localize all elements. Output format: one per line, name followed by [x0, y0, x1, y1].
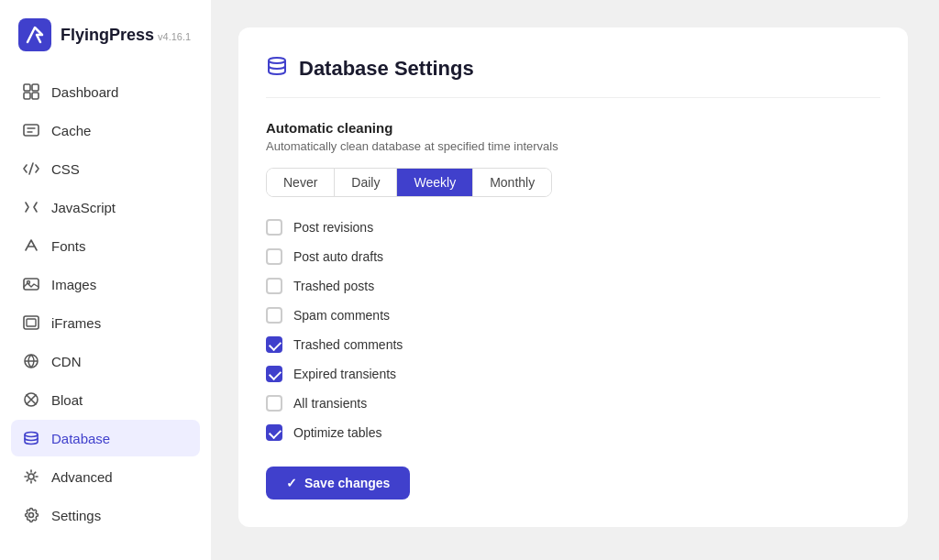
page-header: Database Settings	[266, 55, 880, 98]
interval-daily-button[interactable]: Daily	[335, 169, 397, 196]
interval-monthly-button[interactable]: Monthly	[473, 169, 551, 196]
checkbox-spam-comments-input[interactable]	[266, 307, 282, 324]
content-card: Database Settings Automatic cleaning Aut…	[238, 27, 908, 527]
settings-icon	[22, 506, 40, 524]
checkbox-trashed-posts-input[interactable]	[266, 278, 282, 294]
sidebar-item-javascript[interactable]: JavaScript	[11, 189, 200, 225]
checkbox-list: Post revisions Post auto drafts Trashed …	[266, 219, 880, 441]
interval-weekly-button[interactable]: Weekly	[397, 169, 473, 196]
svg-rect-3	[24, 93, 30, 99]
checkbox-all-transients[interactable]: All transients	[266, 395, 880, 412]
sidebar-item-css[interactable]: CSS	[11, 150, 200, 187]
sidebar-item-database-label: Database	[51, 431, 110, 446]
checkbox-expired-transients-label: Expired transients	[293, 367, 396, 381]
cdn-icon	[22, 352, 40, 370]
logo: FlyingPressv4.16.1	[0, 18, 211, 73]
svg-rect-0	[18, 18, 51, 51]
sidebar-item-bloat[interactable]: Bloat	[11, 381, 200, 418]
checkbox-spam-comments[interactable]: Spam comments	[266, 307, 880, 324]
checkbox-post-revisions[interactable]: Post revisions	[266, 219, 880, 236]
sidebar-item-iframes-label: iFrames	[51, 315, 101, 331]
interval-group: Never Daily Weekly Monthly	[266, 168, 552, 197]
sidebar-item-cache[interactable]: Cache	[11, 112, 200, 148]
javascript-icon	[22, 198, 40, 216]
svg-rect-1	[24, 84, 30, 91]
css-icon	[22, 159, 40, 178]
svg-rect-9	[27, 319, 36, 326]
dashboard-icon	[22, 82, 40, 101]
automatic-cleaning-section: Automatic cleaning Automatically clean d…	[266, 120, 880, 500]
sidebar-item-bloat-label: Bloat	[51, 392, 83, 408]
sidebar-item-iframes[interactable]: iFrames	[11, 304, 200, 341]
checkbox-post-auto-drafts[interactable]: Post auto drafts	[266, 248, 880, 265]
checkbox-post-revisions-label: Post revisions	[293, 220, 373, 235]
section-title: Automatic cleaning	[266, 120, 880, 136]
save-check-icon: ✓	[286, 476, 297, 490]
checkbox-post-auto-drafts-input[interactable]	[266, 248, 282, 265]
svg-rect-2	[32, 84, 39, 91]
database-icon	[22, 429, 40, 447]
save-button[interactable]: ✓ Save changes	[266, 467, 410, 500]
sidebar: FlyingPressv4.16.1 Dashboard Cache CSS	[0, 0, 211, 560]
checkbox-spam-comments-label: Spam comments	[293, 308, 390, 323]
sidebar-item-javascript-label: JavaScript	[51, 200, 116, 215]
bloat-icon	[22, 390, 40, 409]
checkbox-post-revisions-input[interactable]	[266, 219, 282, 236]
checkbox-trashed-comments-label: Trashed comments	[293, 337, 403, 352]
section-description: Automatically clean database at specifie…	[266, 139, 880, 153]
sidebar-item-advanced-label: Advanced	[51, 469, 113, 485]
checkbox-expired-transients-input[interactable]	[266, 366, 282, 382]
fonts-icon	[22, 236, 40, 255]
app-name: FlyingPress	[61, 26, 154, 44]
sidebar-item-images[interactable]: Images	[11, 266, 200, 302]
sidebar-item-fonts-label: Fonts	[51, 238, 86, 254]
checkbox-post-auto-drafts-label: Post auto drafts	[293, 249, 383, 264]
checkbox-optimize-tables-input[interactable]	[266, 424, 282, 441]
sidebar-item-fonts[interactable]: Fonts	[11, 227, 200, 264]
advanced-icon	[22, 467, 40, 486]
checkbox-all-transients-input[interactable]	[266, 395, 282, 412]
images-icon	[22, 275, 40, 293]
sidebar-item-settings-label: Settings	[51, 508, 101, 523]
sidebar-nav: Dashboard Cache CSS JavaScript Fonts	[0, 73, 211, 533]
flyingpress-logo-icon	[18, 18, 51, 51]
sidebar-item-images-label: Images	[51, 277, 96, 292]
sidebar-item-cdn[interactable]: CDN	[11, 343, 200, 379]
checkbox-trashed-comments-input[interactable]	[266, 336, 282, 353]
sidebar-item-dashboard-label: Dashboard	[51, 84, 118, 100]
sidebar-item-cache-label: Cache	[51, 123, 91, 138]
checkbox-expired-transients[interactable]: Expired transients	[266, 366, 880, 382]
checkbox-trashed-posts-label: Trashed posts	[293, 279, 374, 293]
app-version: v4.16.1	[158, 31, 191, 42]
checkbox-trashed-posts[interactable]: Trashed posts	[266, 278, 880, 294]
sidebar-item-advanced[interactable]: Advanced	[11, 458, 200, 495]
svg-point-13	[28, 474, 34, 479]
checkbox-all-transients-label: All transients	[293, 396, 367, 411]
svg-rect-4	[32, 93, 39, 99]
sidebar-item-css-label: CSS	[51, 161, 80, 177]
sidebar-item-dashboard[interactable]: Dashboard	[11, 73, 200, 110]
page-title: Database Settings	[299, 57, 474, 81]
checkbox-optimize-tables[interactable]: Optimize tables	[266, 424, 880, 441]
page-header-database-icon	[266, 55, 288, 82]
cache-icon	[22, 121, 40, 139]
save-button-label: Save changes	[304, 476, 390, 490]
iframes-icon	[22, 313, 40, 332]
interval-never-button[interactable]: Never	[267, 169, 335, 196]
svg-point-12	[25, 433, 38, 437]
sidebar-item-cdn-label: CDN	[51, 354, 82, 369]
checkbox-optimize-tables-label: Optimize tables	[293, 425, 381, 440]
main-content: Database Settings Automatic cleaning Aut…	[211, 0, 939, 560]
svg-point-15	[269, 58, 285, 63]
svg-rect-5	[24, 125, 39, 136]
checkbox-trashed-comments[interactable]: Trashed comments	[266, 336, 880, 353]
sidebar-item-settings[interactable]: Settings	[11, 497, 200, 533]
sidebar-item-database[interactable]: Database	[11, 420, 200, 456]
svg-point-14	[29, 513, 34, 518]
